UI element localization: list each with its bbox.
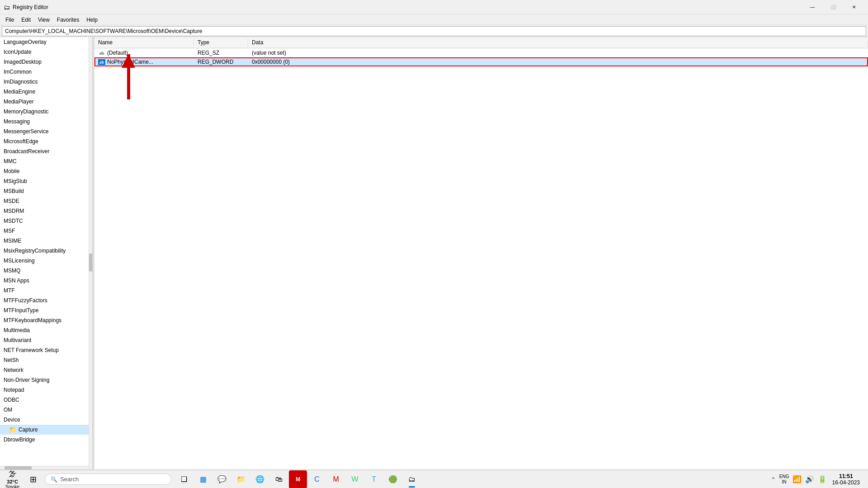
tree-item-multimedia[interactable]: Multimedia xyxy=(0,325,92,335)
tree-item-mediaplayer[interactable]: MediaPlayer xyxy=(0,97,92,107)
tray-expand-button[interactable]: ^ xyxy=(770,470,777,488)
folder-icon: 📁 xyxy=(9,426,17,434)
tree-item-odbc[interactable]: ODBC xyxy=(0,395,92,405)
tree-item-msdrm[interactable]: MSDRM xyxy=(0,206,92,216)
taskbar-mcafee[interactable]: M xyxy=(327,470,345,488)
mcafee-icon: M xyxy=(333,475,339,483)
table-row[interactable]: ab (Default) REG_SZ (value not set) xyxy=(94,48,868,57)
weather-widget[interactable]: 🌫 32°C Smoke xyxy=(2,469,23,488)
tree-item-om[interactable]: OM xyxy=(0,405,92,415)
menu-help[interactable]: Help xyxy=(83,16,101,24)
col-header-type[interactable]: Type xyxy=(194,38,248,47)
taskbar-edge[interactable]: 🌐 xyxy=(251,470,269,488)
tree-item-msnapps[interactable]: MSN Apps xyxy=(0,276,92,286)
ab-icon-nophysical: ab xyxy=(98,59,105,65)
tree-item-capture[interactable]: 📁 Capture xyxy=(0,425,92,435)
menu-favorites[interactable]: Favorites xyxy=(53,16,83,24)
tree-item-microsoftedge[interactable]: MicrosoftEdge xyxy=(0,136,92,146)
tree-item-notepad[interactable]: Notepad xyxy=(0,385,92,395)
tree-item-msigstub[interactable]: MSigStub xyxy=(0,176,92,186)
tree-item-imcommon[interactable]: ImCommon xyxy=(0,67,92,77)
taskbar-taskview[interactable]: ❑ xyxy=(175,470,193,488)
start-button[interactable]: ⊞ xyxy=(24,470,42,488)
tray-lang[interactable]: ENGIN xyxy=(779,474,790,485)
tree-item-msixregcompat[interactable]: MsixRegistryCompatibility xyxy=(0,246,92,256)
capture-label: Capture xyxy=(19,426,38,434)
chrome-icon: 🟢 xyxy=(388,475,397,483)
tree-item-mtffuzzy[interactable]: MTFFuzzyFactors xyxy=(0,296,92,305)
tree-item-dbrowbridge[interactable]: DbrowBridge xyxy=(0,435,92,445)
tree-item-multivariant[interactable]: Multivariant xyxy=(0,335,92,345)
svg-marker-1 xyxy=(122,54,135,68)
menu-view[interactable]: View xyxy=(34,16,53,24)
weather-condition: Smoke xyxy=(5,484,19,488)
tree-item-device[interactable]: Device xyxy=(0,415,92,425)
title-icon: 🗂 xyxy=(4,4,10,11)
tree-scrollbar[interactable] xyxy=(89,37,92,469)
tree-item-mediaengine[interactable]: MediaEngine xyxy=(0,87,92,97)
tree-item-msmq[interactable]: MSMQ xyxy=(0,266,92,276)
tree-item-broadcastreceiver[interactable]: BroadcastReceiver xyxy=(0,146,92,156)
taskbar-cortana[interactable]: C xyxy=(308,470,326,488)
taskbar-widgets[interactable]: ▦ xyxy=(194,470,212,488)
cortana-icon: C xyxy=(314,475,320,483)
taskbar-chat[interactable]: 💬 xyxy=(213,470,231,488)
col-header-data[interactable]: Data xyxy=(248,38,868,47)
whatsapp-icon: W xyxy=(352,475,359,483)
tree-item-mmc[interactable]: MMC xyxy=(0,156,92,166)
tree-item-mslicensing[interactable]: MSLicensing xyxy=(0,256,92,266)
tree-item-languageoverlay[interactable]: LanguageOverlay xyxy=(0,37,92,47)
taskbar-chrome[interactable]: 🟢 xyxy=(384,470,402,488)
taskview-icon: ❑ xyxy=(181,475,187,483)
tree-item-mobile[interactable]: Mobile xyxy=(0,166,92,176)
tree-item-messaging[interactable]: Messaging xyxy=(0,117,92,127)
clock-time: 11:51 xyxy=(839,473,853,479)
taskbar-myapp[interactable]: M xyxy=(289,470,307,488)
tree-item-msdtc[interactable]: MSDTC xyxy=(0,216,92,226)
registry-tree: LanguageOverlay IconUpdate ImagedDesktop… xyxy=(0,37,93,469)
fileexplorer-icon: 📁 xyxy=(236,475,245,483)
tree-item-nondriversigning[interactable]: Non-Driver Signing xyxy=(0,375,92,385)
tree-item-imdiagnostics[interactable]: ImDiagnostics xyxy=(0,77,92,87)
tree-item-memorydiagnostic[interactable]: MemoryDiagnostic xyxy=(0,107,92,117)
tray-battery[interactable]: 🔋 xyxy=(817,474,828,485)
tree-item-network[interactable]: Network xyxy=(0,365,92,375)
taskbar-search[interactable]: 🔍 Search xyxy=(45,474,171,485)
tray-wifi[interactable]: 📶 xyxy=(792,474,802,485)
table-row-nophysicalcamera[interactable]: ab NoPhysicalCame... REG_DWORD 0x0000000… xyxy=(94,57,868,66)
tree-item-messengerservice[interactable]: MessengerService xyxy=(0,127,92,136)
menu-edit[interactable]: Edit xyxy=(18,16,34,24)
menubar: File Edit View Favorites Help xyxy=(0,14,868,25)
volume-icon: 🔊 xyxy=(805,475,814,483)
tree-item-iconupdate[interactable]: IconUpdate xyxy=(0,47,92,57)
tree-item-mtf[interactable]: MTF xyxy=(0,286,92,296)
tree-item-mtfinputtype[interactable]: MTFInputType xyxy=(0,305,92,315)
tree-item-mtfkeyboard[interactable]: MTFKeyboardMappings xyxy=(0,315,92,325)
tree-item-msf[interactable]: MSF xyxy=(0,226,92,236)
clock[interactable]: 11:51 16-04-2023 xyxy=(830,473,863,486)
taskbar: 🌫 32°C Smoke ⊞ 🔍 Search ❑ ▦ 💬 📁 🌐 🛍 M xyxy=(0,470,868,488)
minimize-button[interactable]: — xyxy=(802,0,823,14)
tree-item-msbuild[interactable]: MSBuild xyxy=(0,186,92,196)
taskbar-regeditor[interactable]: 🗂 xyxy=(403,470,421,488)
tree-scrollbar-thumb[interactable] xyxy=(89,253,93,272)
tray-volume[interactable]: 🔊 xyxy=(804,474,815,485)
col-header-name[interactable]: Name xyxy=(94,38,194,47)
tree-item-netfx[interactable]: NET Framework Setup xyxy=(0,345,92,355)
system-tray: ^ ENGIN 📶 🔊 🔋 11:51 16-04-2023 xyxy=(770,470,866,488)
clock-date: 16-04-2023 xyxy=(832,479,860,486)
close-button[interactable]: ✕ xyxy=(844,0,864,14)
taskbar-store[interactable]: 🛍 xyxy=(270,470,288,488)
tree-item-netsh[interactable]: NetSh xyxy=(0,355,92,365)
taskbar-telegram[interactable]: T xyxy=(365,470,383,488)
tree-item-msime[interactable]: MSIME xyxy=(0,236,92,246)
taskbar-whatsapp[interactable]: W xyxy=(346,470,364,488)
table-header: Name Type Data xyxy=(94,37,868,48)
menu-file[interactable]: File xyxy=(2,16,18,24)
cell-name-default: ab (Default) xyxy=(94,49,194,56)
taskbar-fileexplorer[interactable]: 📁 xyxy=(232,470,250,488)
tree-item-msde[interactable]: MSDE xyxy=(0,196,92,206)
tree-item-imageddesktop[interactable]: ImagedDesktop xyxy=(0,57,92,67)
address-input[interactable]: Computer\HKEY_LOCAL_MACHINE\SOFTWARE\Mic… xyxy=(2,26,866,36)
maximize-button[interactable]: ⬜ xyxy=(823,0,844,14)
